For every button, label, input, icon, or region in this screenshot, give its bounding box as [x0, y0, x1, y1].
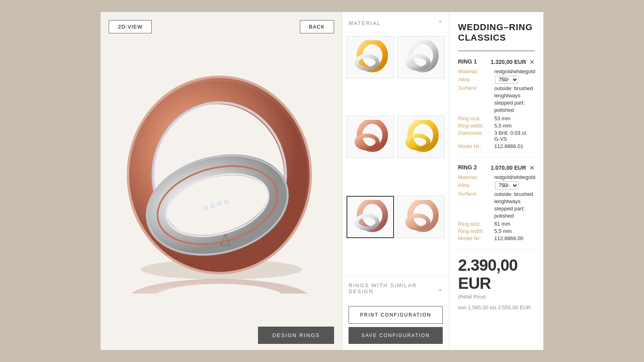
- title-divider: [458, 51, 535, 51]
- ring1-label: RING 1: [458, 58, 477, 65]
- ring1-width-value: 5,5 mm: [494, 123, 512, 129]
- svg-point-11: [217, 201, 222, 206]
- material-thumb-6[interactable]: [397, 196, 445, 238]
- action-buttons: PRINT CONFIGURATION SAVE CONFIGURATION: [343, 300, 449, 350]
- material-grid: [343, 32, 449, 276]
- ring1-size-value: 53 mm: [494, 115, 510, 121]
- material-thumb-4[interactable]: [397, 116, 445, 158]
- material-thumb-5[interactable]: [347, 196, 394, 238]
- ring1-material-label: Material:: [458, 68, 494, 74]
- ring1-model-value: 112.8866.01: [494, 143, 523, 149]
- ring1-alloy-select[interactable]: 750/- 585/- 333/-: [495, 76, 518, 84]
- ring1-price: 1.320,00 EUR: [491, 59, 526, 65]
- retail-label: (Retail Price): [458, 294, 535, 300]
- ring2-surface-label: Surface:: [458, 191, 494, 197]
- material-thumb-3[interactable]: [347, 116, 394, 158]
- svg-point-9: [203, 206, 208, 211]
- ring2-price: 1.070,00 EUR: [491, 165, 526, 171]
- ring-image-area: [101, 33, 342, 321]
- middle-panel: MATERIAL ⌃: [342, 12, 449, 350]
- 2d-view-button[interactable]: 2D-VIEW: [109, 20, 152, 33]
- ring-divider: [458, 157, 535, 158]
- ring2-alloy-select[interactable]: 750/- 585/- 333/-: [495, 181, 518, 189]
- ring2-width-label: Ring width:: [458, 228, 494, 234]
- ring1-model-label: Model Nr.:: [458, 143, 494, 149]
- right-panel: WEDDING–RING CLASSICS RING 1 1.320,00 EU…: [449, 12, 543, 350]
- ring2-model-value: 112.8866.00: [494, 235, 523, 241]
- svg-point-15: [141, 282, 298, 294]
- ring2-alloy-label: Alloy:: [458, 182, 494, 188]
- design-rings-button[interactable]: DESIGN RINGS: [258, 327, 334, 344]
- print-configuration-button[interactable]: PRINT CONFIGURATION: [349, 306, 443, 324]
- ring1-material-value: redgold/whitegold: [494, 68, 535, 74]
- similar-expand-icon[interactable]: ⌄: [438, 285, 443, 292]
- svg-point-12: [224, 200, 229, 204]
- ring1-diamonds-value: 3 Brill. 0.03 ct. G-VS: [494, 130, 535, 142]
- ring2-material-label: Material:: [458, 174, 494, 180]
- ring1-surface-label: Surface:: [458, 85, 494, 91]
- ring1-width-label: Ring width:: [458, 123, 494, 129]
- ring1-alloy-label: Alloy:: [458, 76, 494, 82]
- ring2-size-label: Ring size:: [458, 221, 494, 227]
- material-thumb-1[interactable]: [347, 36, 394, 78]
- ring1-remove-button[interactable]: ✕: [529, 58, 535, 66]
- svg-point-10: [210, 203, 215, 208]
- ring1-size-label: Ring size:: [458, 115, 494, 121]
- left-panel: 2D-VIEW BACK: [101, 12, 342, 350]
- ring2-remove-button[interactable]: ✕: [529, 164, 535, 172]
- ring1-surface-value: outside: brushed lenghtwaysstepped part:…: [494, 85, 535, 114]
- ring2-width-value: 5,5 mm: [494, 228, 512, 234]
- save-configuration-button[interactable]: SAVE CONFIGURATION: [349, 327, 443, 344]
- product-title: WEDDING–RING CLASSICS: [458, 22, 535, 43]
- total-price: 2.390,00 EUR: [458, 256, 535, 292]
- similar-header[interactable]: RINGS WITH SIMILAR DESIGN ⌄: [343, 277, 449, 300]
- similar-section: RINGS WITH SIMILAR DESIGN ⌄: [343, 276, 449, 300]
- ring2-surface-value: outside: brushed lenghtwaysstepped part:…: [494, 191, 535, 220]
- back-button[interactable]: BACK: [300, 20, 334, 33]
- price-range: von 1.565,00 bis 2.555,00 EUR: [458, 304, 535, 311]
- material-section-title: MATERIAL: [349, 20, 381, 26]
- material-collapse-icon[interactable]: ⌃: [438, 19, 443, 27]
- similar-section-title: RINGS WITH SIMILAR DESIGN: [349, 282, 438, 294]
- ring2-material-value: redgold/whitegold: [494, 174, 535, 180]
- ring1-config: RING 1 1.320,00 EUR ✕ Material: redgold/…: [458, 58, 535, 149]
- ring2-model-label: Model Nr.:: [458, 235, 494, 241]
- ring2-config: RING 2 1.070,00 EUR ✕ Material: redgold/…: [458, 164, 535, 242]
- ring2-size-value: 61 mm: [494, 221, 510, 227]
- total-divider: [458, 249, 535, 250]
- ring1-diamonds-label: Diamonds:: [458, 130, 494, 142]
- material-thumb-2[interactable]: [397, 36, 445, 78]
- price-range-text: von 1.565,00 bis 2.555,00 EUR: [458, 304, 531, 311]
- ring-illustration: [101, 60, 342, 294]
- ring2-label: RING 2: [458, 164, 477, 171]
